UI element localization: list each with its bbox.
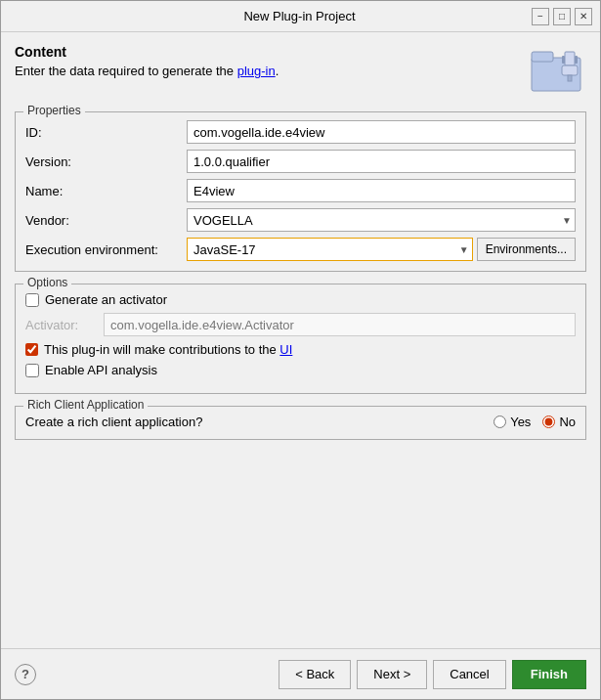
rca-yes-radio[interactable]	[494, 416, 506, 428]
svg-rect-6	[575, 56, 578, 64]
close-button[interactable]: ✕	[575, 8, 592, 25]
cancel-button[interactable]: Cancel	[433, 660, 505, 689]
rca-yes-option[interactable]: Yes	[494, 415, 531, 429]
svg-rect-3	[562, 66, 578, 75]
plugin-icon	[528, 44, 586, 98]
activator-row: Activator:	[25, 313, 576, 336]
rca-no-radio[interactable]	[542, 416, 555, 428]
title-bar-controls: − □ ✕	[532, 8, 592, 25]
name-row: Name:	[25, 179, 576, 202]
exec-env-label: Execution environment:	[25, 242, 187, 257]
plugin-icon-svg	[528, 44, 586, 98]
generate-activator-checkbox[interactable]	[25, 293, 39, 307]
header-section: Content Enter the data required to gener…	[15, 44, 586, 98]
rca-no-label: No	[559, 415, 576, 429]
api-analysis-label[interactable]: Enable API analysis	[45, 363, 157, 377]
next-button[interactable]: Next >	[357, 660, 427, 689]
rca-legend: Rich Client Application	[23, 398, 148, 412]
vendor-label: Vendor:	[25, 213, 187, 228]
name-label: Name:	[25, 184, 187, 198]
finish-button[interactable]: Finish	[512, 660, 586, 689]
exec-env-container: JavaSE-17 JavaSE-11 JavaSE-1.8 ▼ Environ…	[187, 238, 576, 261]
svg-rect-4	[568, 75, 572, 81]
vendor-select[interactable]: VOGELLA	[187, 208, 576, 232]
rca-fieldset: Rich Client Application Create a rich cl…	[15, 406, 586, 440]
plugin-link: plug-in	[237, 64, 276, 78]
ui-link: UI	[279, 342, 292, 357]
id-input[interactable]	[187, 120, 576, 144]
properties-fieldset: Properties ID: Version: Name: Vendor: VO…	[15, 111, 586, 272]
exec-env-row: Execution environment: JavaSE-17 JavaSE-…	[25, 238, 576, 261]
contribution-label: This plug-in will make contributions to …	[44, 342, 292, 357]
properties-legend: Properties	[23, 104, 85, 117]
maximize-button[interactable]: □	[553, 8, 571, 25]
header-text: Content Enter the data required to gener…	[15, 44, 279, 78]
generate-activator-label[interactable]: Generate an activator	[45, 292, 167, 307]
generate-activator-row: Generate an activator	[25, 292, 576, 307]
rca-radio-group: Yes No	[494, 415, 576, 429]
vendor-row: Vendor: VOGELLA ▼	[25, 208, 576, 232]
api-analysis-row: Enable API analysis	[25, 363, 576, 377]
contribution-checkbox[interactable]	[25, 343, 38, 356]
help-button[interactable]: ?	[15, 664, 36, 685]
options-fieldset: Options Generate an activator Activator:…	[15, 284, 586, 394]
footer-left: ?	[15, 664, 36, 685]
version-label: Version:	[25, 154, 187, 169]
content-area: Content Enter the data required to gener…	[1, 32, 600, 648]
exec-select-wrap: JavaSE-17 JavaSE-11 JavaSE-1.8 ▼	[187, 238, 473, 261]
options-legend: Options	[23, 276, 71, 289]
activator-label: Activator:	[25, 318, 104, 332]
svg-rect-2	[565, 52, 575, 66]
back-button[interactable]: < Back	[279, 660, 351, 689]
version-input[interactable]	[187, 150, 576, 173]
title-bar: New Plug-in Project − □ ✕	[1, 1, 600, 32]
id-row: ID:	[25, 120, 576, 144]
rca-yes-label: Yes	[510, 415, 531, 429]
page-title: Content	[15, 44, 279, 60]
page-description: Enter the data required to generate the …	[15, 64, 279, 78]
api-analysis-checkbox[interactable]	[25, 364, 39, 377]
footer-buttons: < Back Next > Cancel Finish	[279, 660, 586, 689]
window-title: New Plug-in Project	[67, 9, 532, 23]
vendor-container: VOGELLA ▼	[187, 208, 576, 232]
rca-no-option[interactable]: No	[542, 415, 576, 429]
version-row: Version:	[25, 150, 576, 173]
exec-env-select[interactable]: JavaSE-17 JavaSE-11 JavaSE-1.8	[187, 238, 473, 261]
footer: ? < Back Next > Cancel Finish	[1, 648, 600, 699]
minimize-button[interactable]: −	[532, 8, 549, 25]
svg-rect-1	[532, 52, 553, 62]
name-input[interactable]	[187, 179, 576, 202]
contribution-row: This plug-in will make contributions to …	[25, 342, 576, 357]
id-label: ID:	[25, 125, 187, 140]
svg-rect-5	[562, 56, 565, 64]
activator-input[interactable]	[104, 313, 576, 336]
main-window: New Plug-in Project − □ ✕ Content Enter …	[0, 0, 601, 700]
environments-button[interactable]: Environments...	[477, 238, 576, 261]
rca-question: Create a rich client application?	[25, 415, 202, 429]
contribution-text-pre: This plug-in will make contributions to …	[44, 342, 279, 357]
rca-row: Create a rich client application? Yes No	[25, 415, 576, 429]
